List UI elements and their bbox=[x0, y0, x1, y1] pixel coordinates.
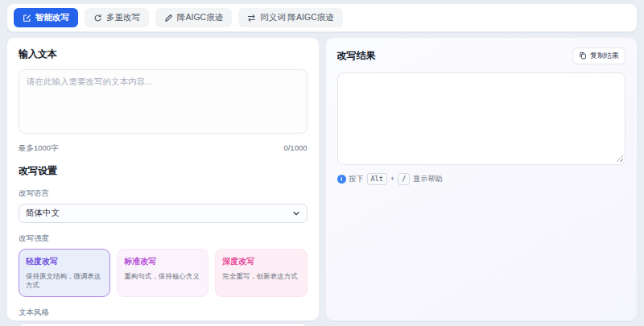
intensity-option-standard[interactable]: 标准改写 重构句式，保持核心含义 bbox=[117, 249, 208, 297]
input-panel: 输入文本 最多1000字 0/1000 改写设置 改写语言 简体中文 改写强度 … bbox=[6, 37, 320, 321]
refresh-icon bbox=[93, 14, 102, 23]
copy-icon bbox=[579, 52, 587, 61]
language-value: 简体中文 bbox=[26, 208, 60, 219]
tab-label: 降AIGC痕迹 bbox=[177, 12, 223, 23]
intensity-option-title: 轻度改写 bbox=[26, 256, 103, 267]
info-icon: i bbox=[337, 175, 346, 184]
hint-prefix: 按下 bbox=[349, 174, 364, 184]
intensity-option-title: 深度改写 bbox=[222, 256, 299, 267]
hint-plus: + bbox=[390, 175, 394, 183]
shortcut-hint-row: i 按下 Alt + / 显示帮助 bbox=[337, 173, 626, 185]
tab-reduce-aigc[interactable]: 降AIGC痕迹 bbox=[155, 8, 232, 27]
result-textarea[interactable] bbox=[337, 72, 626, 165]
hint-suffix: 显示帮助 bbox=[413, 174, 442, 184]
intensity-option-title: 标准改写 bbox=[124, 256, 201, 267]
settings-title: 改写设置 bbox=[19, 164, 308, 178]
intensity-option-deep[interactable]: 深度改写 完全重写，创新表达方式 bbox=[215, 249, 307, 297]
tab-smart-rewrite[interactable]: 智能改写 bbox=[14, 8, 78, 27]
tab-label: 多重改写 bbox=[106, 12, 140, 23]
char-counter-row: 最多1000字 0/1000 bbox=[19, 143, 308, 154]
char-count: 0/1000 bbox=[283, 143, 307, 154]
swap-icon bbox=[247, 14, 256, 23]
result-header: 改写结果 复制结果 bbox=[337, 47, 626, 64]
tab-label: 同义词 降AIGC痕迹 bbox=[260, 12, 334, 23]
style-label: 文本风格 bbox=[19, 307, 308, 318]
result-panel-title: 改写结果 bbox=[337, 49, 376, 63]
tab-label: 智能改写 bbox=[35, 12, 69, 23]
max-length-hint: 最多1000字 bbox=[19, 143, 59, 154]
intensity-option-desc: 完全重写，创新表达方式 bbox=[222, 272, 299, 281]
result-panel: 改写结果 复制结果 i 按下 Alt + / 显示帮助 bbox=[325, 37, 638, 321]
input-panel-title: 输入文本 bbox=[19, 47, 308, 61]
tab-synonym-reduce-aigc[interactable]: 同义词 降AIGC痕迹 bbox=[238, 8, 343, 27]
result-textarea-wrap bbox=[337, 72, 626, 165]
copy-result-button[interactable]: 复制结果 bbox=[572, 47, 625, 64]
language-label: 改写语言 bbox=[19, 188, 308, 199]
edit-square-icon bbox=[23, 14, 31, 23]
input-textarea[interactable] bbox=[19, 69, 308, 134]
kbd-slash: / bbox=[398, 173, 410, 185]
intensity-option-desc: 保持原文结构，微调表达方式 bbox=[26, 272, 103, 289]
intensity-option-desc: 重构句式，保持核心含义 bbox=[124, 272, 201, 281]
copy-label: 复制结果 bbox=[590, 51, 619, 61]
chevron-down-icon bbox=[292, 209, 300, 217]
main-content: 输入文本 最多1000字 0/1000 改写设置 改写语言 简体中文 改写强度 … bbox=[6, 37, 638, 321]
style-select[interactable]: 正式严谨 bbox=[19, 323, 308, 326]
kbd-alt: Alt bbox=[367, 173, 387, 185]
intensity-options: 轻度改写 保持原文结构，微调表达方式 标准改写 重构句式，保持核心含义 深度改写… bbox=[19, 249, 308, 297]
language-select[interactable]: 简体中文 bbox=[19, 204, 308, 223]
intensity-option-light[interactable]: 轻度改写 保持原文结构，微调表达方式 bbox=[19, 249, 110, 297]
mode-tab-bar: 智能改写 多重改写 降AIGC痕迹 同义词 降AIGC痕迹 bbox=[6, 3, 638, 32]
tab-multi-rewrite[interactable]: 多重改写 bbox=[85, 8, 149, 27]
pencil-icon bbox=[164, 14, 173, 23]
intensity-label: 改写强度 bbox=[19, 233, 308, 244]
